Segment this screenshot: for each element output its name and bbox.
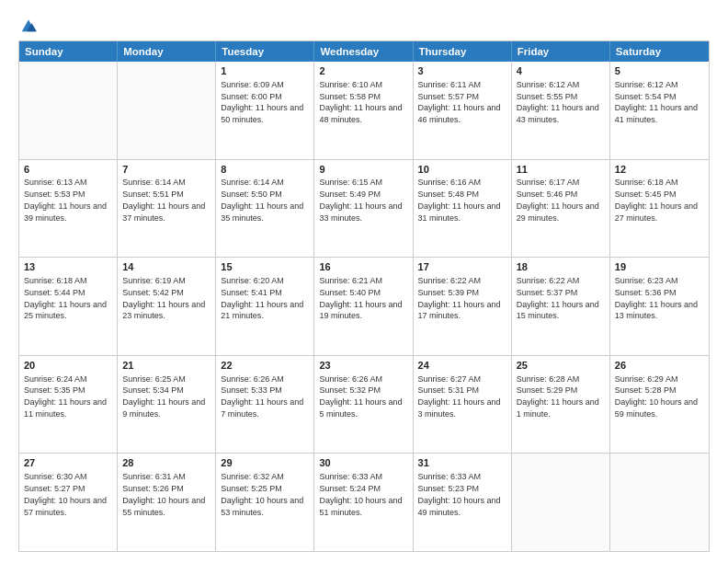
- cell-info: Sunrise: 6:17 AM Sunset: 5:46 PM Dayligh…: [517, 178, 599, 222]
- cell-info: Sunrise: 6:11 AM Sunset: 5:57 PM Dayligh…: [418, 80, 501, 124]
- logo-icon: [20, 17, 37, 33]
- header-day-monday: Monday: [118, 41, 216, 62]
- calendar-row-3: 20Sunrise: 6:24 AM Sunset: 5:35 PM Dayli…: [19, 355, 709, 454]
- calendar-cell-r2-c5: 18Sunrise: 6:22 AM Sunset: 5:37 PM Dayli…: [512, 258, 610, 355]
- calendar-cell-r3-c3: 23Sunrise: 6:26 AM Sunset: 5:32 PM Dayli…: [314, 356, 413, 454]
- day-number: 16: [319, 260, 407, 274]
- calendar-cell-r1-c2: 8Sunrise: 6:14 AM Sunset: 5:50 PM Daylig…: [216, 160, 314, 258]
- calendar-cell-r0-c5: 4Sunrise: 6:12 AM Sunset: 5:55 PM Daylig…: [512, 62, 610, 159]
- day-number: 19: [615, 260, 704, 274]
- cell-info: Sunrise: 6:19 AM Sunset: 5:42 PM Dayligh…: [122, 276, 205, 320]
- cell-info: Sunrise: 6:15 AM Sunset: 5:49 PM Dayligh…: [319, 178, 402, 222]
- header-day-tuesday: Tuesday: [216, 41, 314, 62]
- day-number: 28: [122, 456, 210, 470]
- day-number: 12: [615, 163, 704, 177]
- day-number: 21: [122, 359, 210, 373]
- header-day-saturday: Saturday: [610, 41, 709, 62]
- cell-info: Sunrise: 6:16 AM Sunset: 5:48 PM Dayligh…: [418, 178, 501, 222]
- cell-info: Sunrise: 6:18 AM Sunset: 5:45 PM Dayligh…: [615, 178, 698, 222]
- cell-info: Sunrise: 6:14 AM Sunset: 5:51 PM Dayligh…: [122, 178, 205, 222]
- calendar-cell-r1-c6: 12Sunrise: 6:18 AM Sunset: 5:45 PM Dayli…: [610, 160, 709, 258]
- calendar-cell-r0-c0: [19, 62, 118, 159]
- day-number: 17: [418, 260, 506, 274]
- calendar-cell-r0-c2: 1Sunrise: 6:09 AM Sunset: 6:00 PM Daylig…: [216, 62, 314, 159]
- day-number: 29: [221, 456, 309, 470]
- day-number: 4: [517, 64, 605, 78]
- cell-info: Sunrise: 6:28 AM Sunset: 5:29 PM Dayligh…: [517, 374, 599, 419]
- header: [18, 17, 710, 33]
- calendar-cell-r4-c3: 30Sunrise: 6:33 AM Sunset: 5:24 PM Dayli…: [314, 454, 413, 551]
- day-number: 24: [418, 359, 506, 373]
- day-number: 14: [122, 260, 210, 274]
- calendar-cell-r0-c3: 2Sunrise: 6:10 AM Sunset: 5:58 PM Daylig…: [314, 62, 413, 159]
- cell-info: Sunrise: 6:30 AM Sunset: 5:27 PM Dayligh…: [24, 472, 107, 516]
- calendar-cell-r3-c4: 24Sunrise: 6:27 AM Sunset: 5:31 PM Dayli…: [414, 356, 512, 454]
- cell-info: Sunrise: 6:33 AM Sunset: 5:23 PM Dayligh…: [418, 472, 501, 516]
- calendar-cell-r4-c1: 28Sunrise: 6:31 AM Sunset: 5:26 PM Dayli…: [118, 454, 216, 551]
- calendar-header: SundayMondayTuesdayWednesdayThursdayFrid…: [19, 41, 709, 62]
- cell-info: Sunrise: 6:10 AM Sunset: 5:58 PM Dayligh…: [319, 80, 402, 124]
- cell-info: Sunrise: 6:09 AM Sunset: 6:00 PM Dayligh…: [221, 80, 303, 124]
- calendar-cell-r1-c0: 6Sunrise: 6:13 AM Sunset: 5:53 PM Daylig…: [19, 160, 118, 258]
- calendar-cell-r2-c0: 13Sunrise: 6:18 AM Sunset: 5:44 PM Dayli…: [19, 258, 118, 355]
- calendar-cell-r2-c6: 19Sunrise: 6:23 AM Sunset: 5:36 PM Dayli…: [610, 258, 709, 355]
- calendar-cell-r2-c2: 15Sunrise: 6:20 AM Sunset: 5:41 PM Dayli…: [216, 258, 314, 355]
- header-day-sunday: Sunday: [19, 41, 118, 62]
- calendar-cell-r2-c4: 17Sunrise: 6:22 AM Sunset: 5:39 PM Dayli…: [414, 258, 512, 355]
- day-number: 10: [418, 163, 506, 177]
- day-number: 13: [24, 260, 112, 274]
- calendar-cell-r1-c5: 11Sunrise: 6:17 AM Sunset: 5:46 PM Dayli…: [512, 160, 610, 258]
- calendar-body: 1Sunrise: 6:09 AM Sunset: 6:00 PM Daylig…: [19, 62, 709, 551]
- cell-info: Sunrise: 6:23 AM Sunset: 5:36 PM Dayligh…: [615, 276, 698, 320]
- calendar-cell-r2-c3: 16Sunrise: 6:21 AM Sunset: 5:40 PM Dayli…: [314, 258, 413, 355]
- cell-info: Sunrise: 6:26 AM Sunset: 5:33 PM Dayligh…: [221, 374, 303, 419]
- cell-info: Sunrise: 6:18 AM Sunset: 5:44 PM Dayligh…: [24, 276, 107, 320]
- calendar-row-2: 13Sunrise: 6:18 AM Sunset: 5:44 PM Dayli…: [19, 257, 709, 355]
- day-number: 23: [319, 359, 407, 373]
- cell-info: Sunrise: 6:25 AM Sunset: 5:34 PM Dayligh…: [122, 374, 205, 419]
- day-number: 25: [517, 359, 605, 373]
- cell-info: Sunrise: 6:29 AM Sunset: 5:28 PM Dayligh…: [615, 374, 698, 419]
- day-number: 6: [24, 163, 112, 177]
- calendar-row-4: 27Sunrise: 6:30 AM Sunset: 5:27 PM Dayli…: [19, 453, 709, 551]
- day-number: 11: [517, 163, 605, 177]
- cell-info: Sunrise: 6:13 AM Sunset: 5:53 PM Dayligh…: [24, 178, 107, 222]
- day-number: 31: [418, 456, 506, 470]
- day-number: 9: [319, 163, 407, 177]
- calendar-cell-r4-c6: [610, 454, 709, 551]
- cell-info: Sunrise: 6:26 AM Sunset: 5:32 PM Dayligh…: [319, 374, 402, 419]
- calendar-cell-r3-c2: 22Sunrise: 6:26 AM Sunset: 5:33 PM Dayli…: [216, 356, 314, 454]
- day-number: 2: [319, 64, 407, 78]
- calendar-cell-r0-c1: [118, 62, 216, 159]
- day-number: 30: [319, 456, 407, 470]
- calendar-cell-r1-c1: 7Sunrise: 6:14 AM Sunset: 5:51 PM Daylig…: [118, 160, 216, 258]
- day-number: 15: [221, 260, 309, 274]
- header-day-thursday: Thursday: [414, 41, 512, 62]
- cell-info: Sunrise: 6:12 AM Sunset: 5:54 PM Dayligh…: [615, 80, 698, 124]
- cell-info: Sunrise: 6:22 AM Sunset: 5:39 PM Dayligh…: [418, 276, 501, 320]
- header-day-friday: Friday: [512, 41, 610, 62]
- calendar-row-0: 1Sunrise: 6:09 AM Sunset: 6:00 PM Daylig…: [19, 62, 709, 159]
- calendar-row-1: 6Sunrise: 6:13 AM Sunset: 5:53 PM Daylig…: [19, 159, 709, 258]
- day-number: 7: [122, 163, 210, 177]
- cell-info: Sunrise: 6:32 AM Sunset: 5:25 PM Dayligh…: [221, 472, 303, 516]
- page: SundayMondayTuesdayWednesdayThursdayFrid…: [0, 0, 728, 563]
- calendar-cell-r4-c0: 27Sunrise: 6:30 AM Sunset: 5:27 PM Dayli…: [19, 454, 118, 551]
- calendar-cell-r3-c1: 21Sunrise: 6:25 AM Sunset: 5:34 PM Dayli…: [118, 356, 216, 454]
- day-number: 22: [221, 359, 309, 373]
- calendar-cell-r3-c5: 25Sunrise: 6:28 AM Sunset: 5:29 PM Dayli…: [512, 356, 610, 454]
- cell-info: Sunrise: 6:31 AM Sunset: 5:26 PM Dayligh…: [122, 472, 205, 516]
- day-number: 1: [221, 64, 309, 78]
- day-number: 8: [221, 163, 309, 177]
- calendar-cell-r3-c0: 20Sunrise: 6:24 AM Sunset: 5:35 PM Dayli…: [19, 356, 118, 454]
- cell-info: Sunrise: 6:24 AM Sunset: 5:35 PM Dayligh…: [24, 374, 107, 419]
- calendar: SundayMondayTuesdayWednesdayThursdayFrid…: [18, 40, 710, 552]
- day-number: 26: [615, 359, 704, 373]
- calendar-cell-r4-c5: [512, 454, 610, 551]
- day-number: 20: [24, 359, 112, 373]
- calendar-cell-r1-c3: 9Sunrise: 6:15 AM Sunset: 5:49 PM Daylig…: [314, 160, 413, 258]
- cell-info: Sunrise: 6:22 AM Sunset: 5:37 PM Dayligh…: [517, 276, 599, 320]
- day-number: 18: [517, 260, 605, 274]
- calendar-cell-r2-c1: 14Sunrise: 6:19 AM Sunset: 5:42 PM Dayli…: [118, 258, 216, 355]
- calendar-cell-r4-c4: 31Sunrise: 6:33 AM Sunset: 5:23 PM Dayli…: [414, 454, 512, 551]
